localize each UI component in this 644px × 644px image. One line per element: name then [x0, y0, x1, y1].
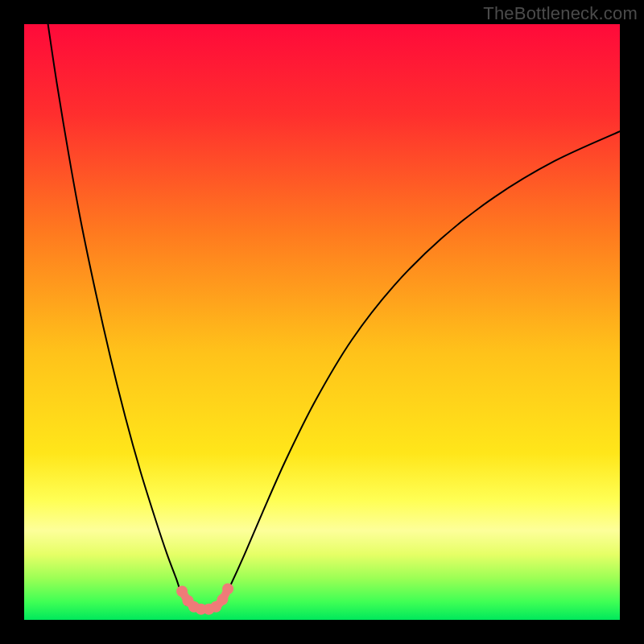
gradient-background — [24, 24, 620, 620]
plot-area — [24, 24, 620, 620]
plot-svg — [24, 24, 620, 620]
chart-frame: TheBottleneck.com — [0, 0, 644, 644]
watermark-text: TheBottleneck.com — [483, 3, 638, 24]
